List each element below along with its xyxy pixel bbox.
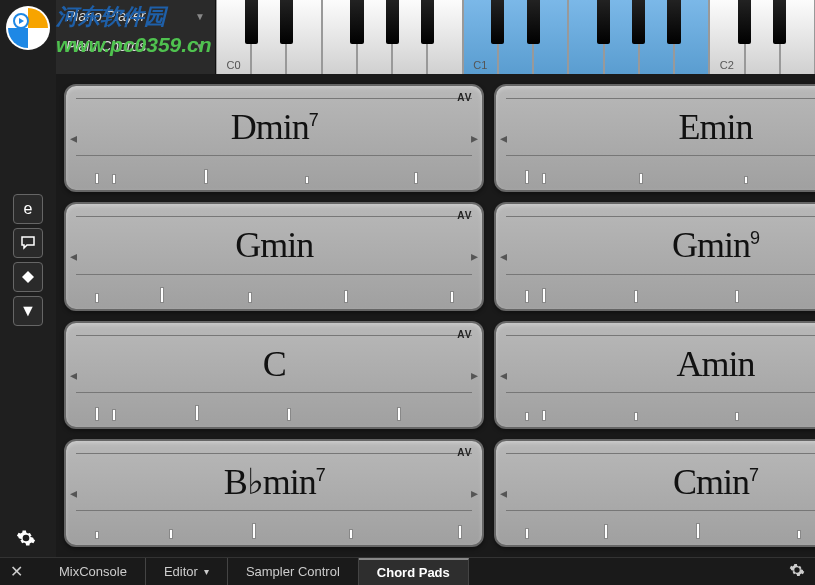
tool-expand-button[interactable]: ▼: [13, 296, 43, 326]
voicing-note: [397, 407, 401, 421]
piano-black-key[interactable]: [421, 0, 434, 44]
chord-pad[interactable]: AV◂▸C: [64, 321, 484, 429]
chords-preset-dropdown[interactable]: Plain Chords ▼: [66, 38, 205, 54]
adaptive-voicing-badge: AV: [457, 92, 472, 103]
adaptive-voicing-badge: AV: [457, 447, 472, 458]
piano-black-key[interactable]: [632, 0, 645, 44]
tool-comment-button[interactable]: [13, 228, 43, 258]
chord-prev-arrow-icon[interactable]: ◂: [70, 367, 77, 383]
voicing-note: [248, 292, 252, 303]
chord-pad[interactable]: AV◂▸Gmin9: [494, 202, 815, 310]
octave-label: C0: [227, 59, 241, 71]
chord-pad[interactable]: AV◂▸Dmin7: [64, 84, 484, 192]
chord-pad[interactable]: AV◂▸B♭min7: [64, 439, 484, 547]
chord-prev-arrow-icon[interactable]: ◂: [500, 130, 507, 146]
piano-black-key[interactable]: [667, 0, 680, 44]
chord-next-arrow-icon[interactable]: ▸: [471, 367, 478, 383]
chord-name-label: Cmin7: [673, 461, 758, 503]
voicing-note: [639, 173, 643, 185]
close-icon[interactable]: ✕: [10, 562, 23, 581]
chord-pad[interactable]: AV◂▸Amin: [494, 321, 815, 429]
piano-keyboard[interactable]: C0C1C2: [216, 0, 815, 74]
voicing-note: [195, 405, 199, 421]
chord-name-label: Dmin7: [231, 106, 318, 148]
chord-pad[interactable]: AV◂▸Cmin7: [494, 439, 815, 547]
tab-sampler-control[interactable]: Sampler Control: [228, 558, 359, 585]
chord-prev-arrow-icon[interactable]: ◂: [70, 485, 77, 501]
octave-label: C1: [473, 59, 487, 71]
voicing-note: [287, 408, 291, 421]
voicing-note: [525, 290, 529, 302]
voicing-display: [506, 397, 815, 421]
voicing-note: [542, 288, 546, 303]
chord-prev-arrow-icon[interactable]: ◂: [70, 248, 77, 264]
voicing-note: [95, 293, 99, 303]
tab-settings-gear-icon[interactable]: [789, 562, 805, 582]
voicing-note: [169, 529, 173, 539]
voicing-note: [252, 523, 256, 539]
piano-black-key[interactable]: [597, 0, 610, 44]
voicing-note: [542, 173, 546, 185]
voicing-note: [525, 412, 529, 420]
voicing-note: [95, 173, 99, 184]
tab-chord-pads[interactable]: Chord Pads: [359, 558, 469, 585]
tool-tag-button[interactable]: [13, 262, 43, 292]
voicing-note: [634, 412, 638, 420]
chord-name-label: C: [263, 343, 286, 385]
chord-prev-arrow-icon[interactable]: ◂: [500, 485, 507, 501]
chord-next-arrow-icon[interactable]: ▸: [471, 248, 478, 264]
chord-next-arrow-icon[interactable]: ▸: [471, 130, 478, 146]
settings-gear-icon[interactable]: [16, 528, 36, 553]
chord-prev-arrow-icon[interactable]: ◂: [70, 130, 77, 146]
voicing-display: [76, 397, 472, 421]
voicing-note: [735, 412, 739, 421]
chord-prev-arrow-icon[interactable]: ◂: [500, 248, 507, 264]
tab-mixconsole[interactable]: MixConsole: [41, 558, 146, 585]
voicing-note: [634, 290, 638, 303]
chevron-down-icon: ▼: [195, 11, 205, 22]
piano-black-key[interactable]: [773, 0, 786, 44]
piano-black-key[interactable]: [350, 0, 363, 44]
voicing-note: [542, 410, 546, 421]
voicing-note: [797, 530, 801, 539]
voicing-note: [735, 290, 739, 302]
voicing-display: [76, 160, 472, 184]
chevron-down-icon: ▼: [195, 41, 205, 52]
piano-black-key[interactable]: [245, 0, 258, 44]
voicing-note: [160, 287, 164, 303]
bottom-tab-bar: ✕ MixConsoleEditor▾Sampler ControlChord …: [0, 557, 815, 585]
voicing-display: [506, 279, 815, 303]
piano-black-key[interactable]: [386, 0, 399, 44]
piano-black-key[interactable]: [280, 0, 293, 44]
voicing-note: [95, 531, 99, 539]
voicing-note: [604, 524, 608, 539]
chords-preset-label: Plain Chords: [66, 38, 146, 54]
piano-black-key[interactable]: [527, 0, 540, 44]
chord-prev-arrow-icon[interactable]: ◂: [500, 367, 507, 383]
voicing-display: [76, 279, 472, 303]
tab-editor[interactable]: Editor▾: [146, 558, 228, 585]
voicing-note: [696, 523, 700, 539]
voicing-note: [525, 170, 529, 184]
chord-name-label: B♭min7: [224, 461, 325, 503]
player-preset-dropdown[interactable]: Piano Player ▼: [66, 8, 205, 24]
voicing-note: [95, 407, 99, 421]
tool-e-button[interactable]: e: [13, 194, 43, 224]
voicing-note: [344, 290, 348, 303]
voicing-note: [525, 528, 529, 539]
piano-black-key[interactable]: [738, 0, 751, 44]
chord-pad[interactable]: AV◂▸Emin: [494, 84, 815, 192]
chord-name-label: Amin: [677, 343, 755, 385]
voicing-note: [112, 409, 116, 421]
voicing-note: [450, 291, 454, 302]
chord-next-arrow-icon[interactable]: ▸: [471, 485, 478, 501]
piano-black-key[interactable]: [491, 0, 504, 44]
chord-pad[interactable]: AV◂▸Gmin: [64, 202, 484, 310]
player-preset-label: Piano Player: [66, 8, 145, 24]
adaptive-voicing-badge: AV: [457, 210, 472, 221]
voicing-note: [112, 174, 116, 184]
voicing-note: [414, 172, 418, 184]
chord-name-label: Gmin9: [672, 224, 759, 266]
voicing-note: [349, 529, 353, 539]
chord-name-label: Gmin: [235, 224, 313, 266]
